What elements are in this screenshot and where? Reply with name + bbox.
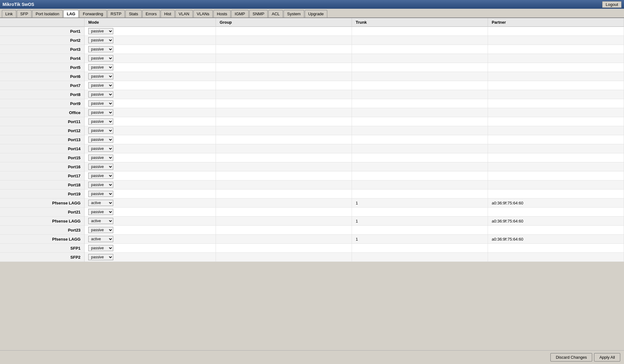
group-cell <box>216 189 352 199</box>
tab-snmp[interactable]: SNMP <box>249 10 268 17</box>
mode-select[interactable]: passiveactiveon <box>88 37 113 43</box>
group-cell <box>216 63 352 72</box>
trunk-cell <box>352 153 488 162</box>
row-label: Port16 <box>0 162 85 171</box>
tab-link[interactable]: Link <box>2 10 16 17</box>
discard-changes-button[interactable]: Discard Changes <box>550 353 592 362</box>
mode-select[interactable]: passiveactiveon <box>88 218 113 224</box>
mode-cell: passiveactiveon <box>85 63 216 72</box>
mode-cell: passiveactiveon <box>85 226 216 235</box>
tab-stats[interactable]: Stats <box>125 10 142 17</box>
row-label: Office <box>0 108 85 117</box>
mode-select[interactable]: passiveactiveon <box>88 118 113 125</box>
tab-errors[interactable]: Errors <box>142 10 160 17</box>
partner-cell <box>488 208 624 217</box>
row-label: Port12 <box>0 126 85 135</box>
tab-port-isolation[interactable]: Port Isolation <box>32 10 63 17</box>
partner-cell <box>488 153 624 162</box>
mode-select[interactable]: passiveactiveon <box>88 236 113 242</box>
group-cell <box>216 162 352 171</box>
tab-sfp[interactable]: SFP <box>17 10 32 17</box>
app-title: MikroTik SwOS <box>2 2 34 7</box>
tab-rstp[interactable]: RSTP <box>107 10 125 17</box>
table-row: Port7passiveactiveon <box>0 81 624 90</box>
group-cell <box>216 54 352 63</box>
row-label: SFP1 <box>0 244 85 253</box>
mode-cell: passiveactiveon <box>85 235 216 244</box>
row-label: Pfsense LAGG <box>0 199 85 208</box>
mode-select[interactable]: passiveactiveon <box>88 209 113 215</box>
apply-all-button[interactable]: Apply All <box>594 353 620 362</box>
row-label: Port13 <box>0 135 85 144</box>
group-cell <box>216 226 352 235</box>
tab-hosts[interactable]: Hosts <box>213 10 231 17</box>
tab-igmp[interactable]: IGMP <box>231 10 248 17</box>
mode-select[interactable]: passiveactiveon <box>88 200 113 206</box>
footer: Discard Changes Apply All <box>0 350 624 364</box>
partner-cell <box>488 253 624 262</box>
mode-select[interactable]: passiveactiveon <box>88 182 113 188</box>
table-row: Port9passiveactiveon <box>0 99 624 108</box>
mode-select[interactable]: passiveactiveon <box>88 91 113 98</box>
row-label: Port3 <box>0 45 85 54</box>
table-row: Port1passiveactiveon <box>0 27 624 36</box>
group-cell <box>216 153 352 162</box>
mode-select[interactable]: passiveactiveon <box>88 73 113 79</box>
trunk-cell <box>352 90 488 99</box>
mode-select[interactable]: passiveactiveon <box>88 245 113 251</box>
partner-cell <box>488 90 624 99</box>
row-label: Port7 <box>0 81 85 90</box>
trunk-cell <box>352 253 488 262</box>
col-label <box>0 18 85 27</box>
group-cell <box>216 72 352 81</box>
partner-cell <box>488 171 624 180</box>
mode-select[interactable]: passiveactiveon <box>88 109 113 116</box>
table-row: Port4passiveactiveon <box>0 54 624 63</box>
table-row: Port14passiveactiveon <box>0 144 624 153</box>
mode-select[interactable]: passiveactiveon <box>88 46 113 52</box>
tab-acl[interactable]: ACL <box>268 10 283 17</box>
trunk-cell <box>352 108 488 117</box>
mode-select[interactable]: passiveactiveon <box>88 254 113 260</box>
row-label: Port18 <box>0 180 85 189</box>
tab-forwarding[interactable]: Forwarding <box>79 10 106 17</box>
tab-hist[interactable]: Hist <box>161 10 174 17</box>
group-cell <box>216 99 352 108</box>
trunk-cell: 1 <box>352 217 488 226</box>
mode-select[interactable]: passiveactiveon <box>88 82 113 89</box>
row-label: SFP2 <box>0 253 85 262</box>
lag-table: Mode Group Trunk Partner Port1passiveact… <box>0 18 624 262</box>
partner-cell <box>488 144 624 153</box>
mode-select[interactable]: passiveactiveon <box>88 55 113 61</box>
tab-vlan[interactable]: VLAN <box>175 10 193 17</box>
group-cell <box>216 135 352 144</box>
mode-select[interactable]: passiveactiveon <box>88 127 113 134</box>
mode-select[interactable]: passiveactiveon <box>88 227 113 233</box>
trunk-cell <box>352 226 488 235</box>
mode-cell: passiveactiveon <box>85 253 216 262</box>
group-cell <box>216 36 352 45</box>
mode-select[interactable]: passiveactiveon <box>88 146 113 152</box>
tab-vlans[interactable]: VLANs <box>193 10 213 17</box>
logout-button[interactable]: Logout <box>602 1 622 8</box>
table-row: Port12passiveactiveon <box>0 126 624 135</box>
mode-select[interactable]: passiveactiveon <box>88 155 113 161</box>
mode-select[interactable]: passiveactiveon <box>88 100 113 107</box>
partner-cell <box>488 189 624 199</box>
tab-upgrade[interactable]: Upgrade <box>305 10 327 17</box>
mode-select[interactable]: passiveactiveon <box>88 173 113 179</box>
mode-select[interactable]: passiveactiveon <box>88 191 113 197</box>
mode-select[interactable]: passiveactiveon <box>88 164 113 170</box>
table-row: Port23passiveactiveon <box>0 226 624 235</box>
table-row: Port2passiveactiveon <box>0 36 624 45</box>
mode-cell: passiveactiveon <box>85 189 216 199</box>
group-cell <box>216 45 352 54</box>
mode-select[interactable]: passiveactiveon <box>88 64 113 70</box>
tab-system[interactable]: System <box>284 10 304 17</box>
mode-cell: passiveactiveon <box>85 108 216 117</box>
mode-select[interactable]: passiveactiveon <box>88 28 113 34</box>
tab-lag[interactable]: LAG <box>63 10 79 17</box>
mode-select[interactable]: passiveactiveon <box>88 136 113 143</box>
partner-cell <box>488 117 624 126</box>
trunk-cell <box>352 135 488 144</box>
